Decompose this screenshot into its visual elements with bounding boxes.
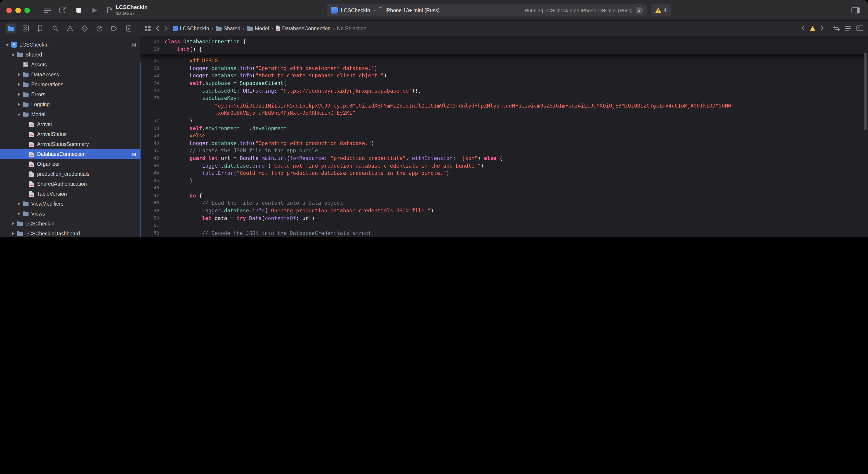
line-number[interactable]: 44 xyxy=(144,169,164,177)
minimize-button[interactable] xyxy=(16,7,21,13)
warnings-button[interactable]: 4 xyxy=(651,4,671,16)
line-number[interactable]: 35 xyxy=(144,87,164,94)
disclosure-icon[interactable] xyxy=(10,52,16,57)
tree-item-ArrivalStatus[interactable]: ArrivalStatus xyxy=(0,129,140,139)
disclosure-icon[interactable] xyxy=(16,112,22,117)
code-line[interactable]: .xoKm0wBKVEjv_uHEG9ncKPjNxk-9oRRhkiLnDfE… xyxy=(144,109,868,117)
code-line[interactable]: 52 // Decode the JSON into the DatabaseC… xyxy=(144,229,868,237)
activity-status-text[interactable]: Running LCSCheckIn on iPhone 13+ mini (R… xyxy=(525,7,633,13)
line-number[interactable]: 37 xyxy=(144,117,164,125)
disclosure-icon[interactable] xyxy=(10,221,16,226)
line-number[interactable]: 46 xyxy=(144,185,164,192)
line-number[interactable]: 39 xyxy=(144,132,164,139)
line-number[interactable]: 51 xyxy=(144,222,164,229)
line-number[interactable]: 52 xyxy=(144,229,164,237)
tree-item-Shared[interactable]: Shared xyxy=(0,50,140,60)
run-button[interactable] xyxy=(89,4,100,16)
navigator-tab-debug[interactable] xyxy=(94,23,104,33)
tree-item-LCSCheckIn[interactable]: LCSCheckIn xyxy=(0,219,140,229)
code-line[interactable]: 41 // Locate the JSON file in the app bu… xyxy=(144,147,868,155)
code-line[interactable]: 24class DatabaseConnection { xyxy=(140,38,868,45)
tree-item-Model[interactable]: Model xyxy=(0,109,140,119)
code-line[interactable]: 38 self.environment = .development xyxy=(144,125,868,132)
previous-issue-icon[interactable] xyxy=(802,26,805,31)
breadcrumb-item-LCSCheckIn[interactable]: LCSCheckIn xyxy=(173,26,209,31)
list-icon[interactable] xyxy=(41,4,53,16)
line-number[interactable]: 45 xyxy=(144,177,164,184)
line-number[interactable]: 31 xyxy=(144,57,164,64)
code-line[interactable]: 43 Logger.database.error("Could not find… xyxy=(144,162,868,169)
code-line[interactable]: 47 do { xyxy=(144,192,868,199)
line-number[interactable]: 24 xyxy=(144,38,164,45)
stop-button[interactable] xyxy=(73,4,85,16)
code-line[interactable]: 50 let data = try Data(contentsOf: url) xyxy=(144,214,868,222)
compose-icon[interactable] xyxy=(57,4,69,16)
line-number[interactable]: 33 xyxy=(144,72,164,80)
breadcrumb-item-DatabaseConnection[interactable]: DatabaseConnection xyxy=(275,25,331,31)
tree-item-Organizer[interactable]: Organizer xyxy=(0,159,140,169)
line-number[interactable]: 38 xyxy=(144,125,164,132)
code-line[interactable]: 31 #if DEBUG xyxy=(144,57,868,64)
disclosure-icon[interactable] xyxy=(16,92,22,97)
tree-item-DataAccess[interactable]: DataAccess xyxy=(0,70,140,80)
code-line[interactable]: 32 Logger.database.info("Operating with … xyxy=(144,65,868,72)
code-line[interactable]: "eyJhbGciOiJIUzI1NiIsInR5cCI6IkpXVCJ9.ey… xyxy=(144,102,868,109)
code-line[interactable]: 34 self.supabase = SupabaseClient( xyxy=(144,80,868,87)
tree-item-TableVersion[interactable]: TableVersion xyxy=(0,189,140,199)
navigator-tab-reports[interactable] xyxy=(124,23,134,33)
line-number[interactable]: 36 xyxy=(144,94,164,102)
editor-scrollbar[interactable] xyxy=(864,53,867,130)
line-number[interactable]: 32 xyxy=(144,65,164,72)
disclosure-icon[interactable] xyxy=(16,201,22,207)
disclosure-icon[interactable] xyxy=(10,231,16,236)
next-issue-icon[interactable] xyxy=(820,26,824,31)
code-line[interactable]: 46 xyxy=(144,185,868,192)
inspector-toggle-icon[interactable] xyxy=(850,4,862,16)
code-line[interactable]: 44 fatalError("Could not find production… xyxy=(144,169,868,177)
navigator-tab-project[interactable] xyxy=(6,23,16,33)
line-number[interactable]: 42 xyxy=(144,155,164,162)
line-number[interactable]: 40 xyxy=(144,139,164,147)
destination-menu[interactable]: iPhone 13+ mini (Russ) xyxy=(385,7,440,13)
disclosure-icon[interactable] xyxy=(4,42,10,48)
tree-item-LCSCheckIn[interactable]: LCSCheckInM xyxy=(0,40,140,50)
breadcrumb-item-Model[interactable]: Model xyxy=(247,26,269,31)
code-line[interactable]: 35 supabaseURL: URL(string: "https://oed… xyxy=(144,87,868,94)
line-number[interactable] xyxy=(144,102,164,109)
navigator-tab-issues[interactable] xyxy=(65,23,75,33)
tree-item-Assets[interactable]: Assets xyxy=(0,60,140,70)
tree-item-DatabaseConnection[interactable]: DatabaseConnectionM xyxy=(0,149,140,159)
tree-item-Logging[interactable]: Logging xyxy=(0,99,140,109)
navigator-tab-bookmarks[interactable] xyxy=(35,23,45,33)
tree-item-ViewModifiers[interactable]: ViewModifiers xyxy=(0,199,140,209)
code-line[interactable]: 36 supabaseKey: xyxy=(144,94,868,102)
line-number[interactable]: 47 xyxy=(144,192,164,199)
navigator-tab-source-control[interactable] xyxy=(21,23,31,33)
tree-item-LCSCheckInDashboard[interactable]: LCSCheckInDashboard xyxy=(0,229,140,237)
code-line[interactable]: 33 Logger.database.info("About to create… xyxy=(144,72,868,80)
tree-item-SharedAuthentication[interactable]: SharedAuthentication xyxy=(0,179,140,189)
code-line[interactable]: 51 xyxy=(144,222,868,229)
tree-item-Views[interactable]: Views xyxy=(0,209,140,219)
code-line[interactable]: 49 Logger.database.info("Opening product… xyxy=(144,207,868,214)
tree-item-Arrival[interactable]: Arrival xyxy=(0,119,140,129)
code-line[interactable]: 40 Logger.database.info("Operating with … xyxy=(144,139,868,147)
add-editor-icon[interactable] xyxy=(856,25,864,31)
disclosure-icon[interactable] xyxy=(16,82,22,87)
line-number[interactable]: 41 xyxy=(144,147,164,155)
source-editor[interactable]: 24class DatabaseConnection {29 init() { … xyxy=(140,36,868,237)
line-number[interactable]: 29 xyxy=(144,45,164,53)
line-number[interactable] xyxy=(144,109,164,117)
navigator-tab-tests[interactable] xyxy=(80,23,90,33)
tree-item-production_credentials[interactable]: {·}production_credentials xyxy=(0,169,140,179)
disclosure-icon[interactable] xyxy=(16,72,22,77)
code-line[interactable]: 29 init() { xyxy=(140,45,868,53)
tree-item-Enumerations[interactable]: Enumerations xyxy=(0,80,140,90)
line-number[interactable]: 48 xyxy=(144,199,164,207)
navigator-tab-find[interactable] xyxy=(50,23,60,33)
breadcrumb-item-Shared[interactable]: Shared xyxy=(215,26,240,31)
issue-warning-icon[interactable] xyxy=(810,26,815,31)
code-line[interactable]: 48 // Load the file's content into a Dat… xyxy=(144,199,868,207)
code-line[interactable]: 37 ) xyxy=(144,117,868,125)
disclosure-icon[interactable] xyxy=(16,211,22,216)
